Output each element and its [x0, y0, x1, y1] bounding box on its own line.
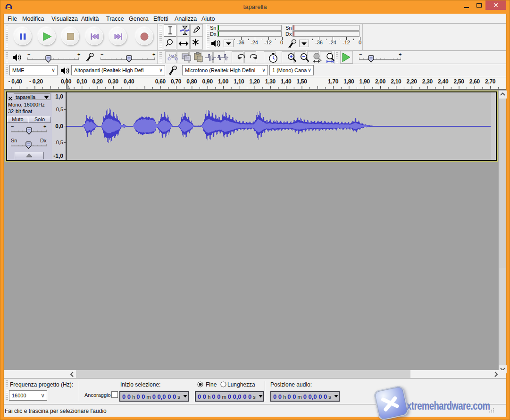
- svg-text:2,70: 2,70: [485, 78, 496, 85]
- svg-text:−: −: [100, 52, 103, 57]
- svg-text:1,30: 1,30: [265, 78, 276, 85]
- svg-text:0,40: 0,40: [124, 78, 134, 85]
- svg-text:−: −: [27, 52, 30, 57]
- svg-text:+: +: [43, 124, 46, 129]
- svg-text:- 0,20: - 0,20: [29, 78, 43, 85]
- svg-text:0,20: 0,20: [92, 78, 103, 85]
- svg-text:2,60: 2,60: [469, 78, 480, 85]
- svg-text:+: +: [152, 52, 155, 57]
- svg-text:2,40: 2,40: [438, 78, 449, 85]
- svg-text:0,30: 0,30: [108, 78, 119, 85]
- svg-text:0,70: 0,70: [171, 78, 182, 85]
- svg-text:1,50: 1,50: [296, 78, 307, 85]
- svg-text:1,40: 1,40: [281, 78, 292, 85]
- svg-text:Sn: Sn: [11, 139, 17, 143]
- svg-text:0,60: 0,60: [155, 78, 166, 85]
- svg-text:−: −: [359, 52, 362, 57]
- svg-text:+: +: [399, 52, 401, 57]
- svg-text:- 0,40: - 0,40: [8, 78, 23, 85]
- svg-text:1,80: 1,80: [343, 78, 354, 85]
- svg-text:1,10: 1,10: [234, 78, 244, 85]
- svg-text:+: +: [77, 52, 80, 57]
- svg-text:0,90: 0,90: [202, 78, 213, 85]
- svg-text:1,20: 1,20: [250, 78, 260, 85]
- svg-text:2,30: 2,30: [422, 78, 433, 85]
- svg-text:1,00: 1,00: [218, 78, 229, 85]
- svg-text:2,20: 2,20: [407, 78, 418, 85]
- svg-text:2,10: 2,10: [391, 78, 401, 85]
- svg-text:0,10: 0,10: [76, 78, 87, 85]
- svg-text:−: −: [11, 124, 14, 129]
- svg-text:1,70: 1,70: [328, 78, 339, 85]
- svg-text:Dx: Dx: [40, 139, 47, 143]
- svg-text:2,50: 2,50: [453, 78, 464, 85]
- svg-text:0,80: 0,80: [186, 78, 197, 85]
- svg-text:2,00: 2,00: [375, 78, 386, 85]
- svg-text:1,90: 1,90: [360, 78, 370, 85]
